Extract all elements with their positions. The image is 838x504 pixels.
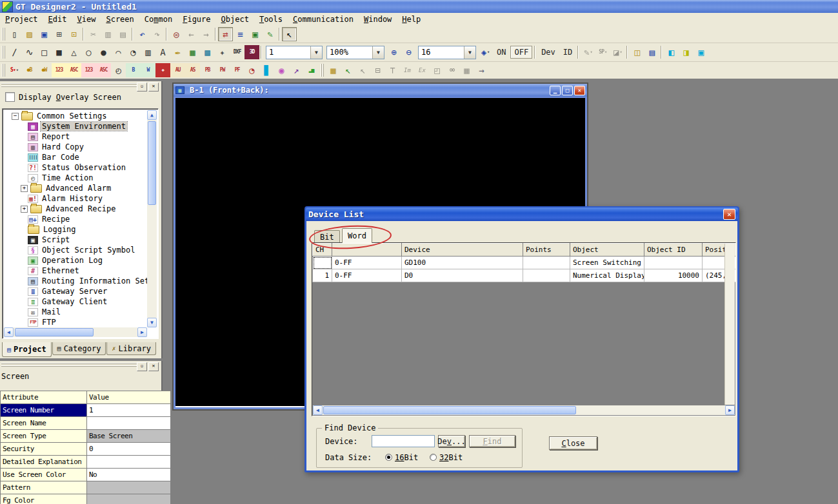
undo-icon[interactable]: ↶ (135, 27, 150, 41)
value-cell[interactable]: Base Screen (87, 430, 171, 443)
close-icon[interactable]: ✕ (148, 362, 159, 371)
report-parts-icon[interactable]: ▦ (326, 63, 341, 77)
attribute-cell[interactable]: Pattern (1, 481, 87, 494)
save-project-icon[interactable]: ▣ (37, 27, 52, 41)
tree-item-ethernet[interactable]: #Ethernet (4, 266, 147, 276)
toolbar-grip[interactable] (1, 28, 6, 41)
zoom-in-icon[interactable]: ⊕ (386, 45, 401, 59)
tree-item-bar-code[interactable]: ||||Bar Code (4, 152, 147, 162)
scroll-down-icon[interactable]: ▼ (147, 318, 157, 327)
comment-bit-icon[interactable]: B (126, 63, 141, 77)
dialog-title-bar[interactable]: Device List ✕ (306, 208, 738, 221)
attribute-row[interactable]: Screen Number1 (1, 404, 171, 417)
tree-item-advanced-recipe[interactable]: +Advanced Recipe (4, 204, 147, 214)
tree-item-logging[interactable]: Logging (4, 224, 147, 235)
object-hand-icon[interactable]: ✦ (215, 45, 230, 59)
parts-display-icon[interactable]: ▩ (200, 45, 215, 59)
device-cell[interactable]: 0-FF (332, 257, 402, 269)
parts-display-word-icon[interactable]: PW (215, 63, 230, 77)
tree-item-report[interactable]: ▤Report (4, 131, 147, 142)
clock-display-icon[interactable]: ◴ (111, 63, 126, 77)
menu-tools[interactable]: Tools (254, 14, 288, 25)
display-overlay-checkbox[interactable] (5, 92, 15, 102)
scroll-right-icon[interactable]: ▶ (137, 327, 147, 337)
attribute-row[interactable]: Screen Name (1, 417, 171, 430)
toolbar-grip[interactable] (320, 64, 324, 77)
panel-grip[interactable] (1, 363, 145, 368)
select-mode-icon[interactable]: ↖ (282, 27, 297, 41)
toolbar-grip[interactable] (1, 46, 6, 59)
attribute-cell[interactable]: Use Screen Color (1, 469, 87, 481)
ascii-display-icon[interactable]: ASC (66, 63, 81, 77)
value-cell[interactable] (87, 417, 171, 430)
chevron-down-icon[interactable]: ▼ (372, 46, 384, 59)
panelmeter-icon[interactable]: ◔ (244, 63, 259, 77)
scale-icon[interactable]: ▥ (141, 45, 155, 59)
attribute-cell[interactable]: Screen Type (1, 430, 87, 443)
attribute-row[interactable]: Fg Color (1, 494, 171, 504)
attribute-cell[interactable]: Detailed Explanation (1, 456, 87, 469)
device-cell[interactable]: 0-FF (332, 269, 402, 282)
screen-jump-icon[interactable]: ⇄ (218, 27, 233, 41)
tab-word[interactable]: Word (342, 228, 372, 243)
both-layer-icon[interactable]: ▣ (693, 45, 708, 59)
igs-icon[interactable]: 3D (244, 45, 259, 59)
device-cell[interactable]: Screen Switching (570, 257, 644, 269)
device-cell[interactable] (313, 257, 332, 269)
scrollbar-thumb[interactable] (15, 328, 94, 336)
tree-item-status-observation[interactable]: ?!Status Observation (4, 162, 147, 173)
close-icon[interactable]: ✕ (723, 209, 735, 220)
attribute-row[interactable]: Screen TypeBase Screen (1, 430, 171, 443)
value-cell[interactable] (87, 456, 171, 469)
back-layer-icon[interactable]: ◨ (679, 45, 693, 59)
device-cell[interactable] (523, 269, 570, 282)
value-cell[interactable]: 1 (87, 404, 171, 417)
polygon-icon[interactable]: △ (66, 45, 81, 59)
screen-number-combo[interactable]: 1 ▼ (266, 46, 323, 59)
menu-help[interactable]: Help (397, 14, 426, 25)
level-icon[interactable]: ▊ (259, 63, 274, 77)
tree-item-object-script-symbol[interactable]: §Object Script Symbol (4, 245, 147, 255)
device-column-header[interactable]: Points (523, 244, 570, 257)
tree-vertical-scrollbar[interactable]: ▲ ▼ (147, 110, 157, 327)
filled-rectangle-icon[interactable]: ■ (52, 45, 66, 59)
tree-horizontal-scrollbar[interactable]: ◀ ▶ (4, 327, 147, 337)
bit-lamp-icon[interactable]: ●B (22, 63, 37, 77)
radio-32bit[interactable] (430, 454, 437, 461)
minimize-button[interactable]: ▁ (550, 86, 561, 95)
system-alarm-icon[interactable]: AS (185, 63, 200, 77)
line-icon[interactable]: ∕ (7, 45, 22, 59)
scrollbar-thumb[interactable] (148, 121, 156, 205)
device-row[interactable]: 10-FFD0Numerical Display10000(245, (313, 269, 737, 282)
filled-circle-icon[interactable]: ● (96, 45, 111, 59)
new-doc-icon[interactable]: ▯ (7, 27, 22, 41)
tree-item-common-settings[interactable]: −Common Settings (4, 111, 147, 121)
sector-icon[interactable]: ◔ (126, 45, 141, 59)
toolbar-grip[interactable] (1, 64, 6, 77)
attribute-row[interactable]: Use Screen ColorNo (1, 469, 171, 481)
dev-toggle-button[interactable]: Dev (538, 46, 559, 58)
tree-item-hard-copy[interactable]: ▥Hard Copy (4, 142, 147, 152)
on-button[interactable]: ON (494, 46, 509, 58)
arc-icon[interactable]: ⌒ (111, 45, 126, 59)
data-list-icon[interactable]: ▤ (644, 45, 659, 59)
off-button[interactable]: OFF (510, 46, 532, 59)
device-vertical-scrollbar[interactable] (724, 244, 735, 405)
parts-display-bit-icon[interactable]: PB (200, 63, 215, 77)
menu-common[interactable]: Common (139, 14, 177, 25)
device-cell[interactable]: Numerical Display (570, 269, 644, 282)
tree-item-alarm-history[interactable]: ▦!Alarm History (4, 193, 147, 204)
editor-title-bar[interactable]: ▦ B-1 (Front+Back): ▁ □ ✕ (174, 84, 587, 97)
chevron-down-icon[interactable]: ▼ (464, 46, 475, 59)
draw-figure-icon[interactable]: ✎ (263, 27, 277, 41)
attribute-cell[interactable]: Security (1, 443, 87, 456)
tree-item-recipe[interactable]: ▤+Recipe (4, 214, 147, 224)
scroll-left-icon[interactable]: ◀ (4, 327, 14, 337)
menu-communication[interactable]: Communication (288, 14, 359, 25)
device-cell[interactable] (523, 257, 570, 269)
restore-panel-icon[interactable]: ▫ (137, 82, 147, 92)
paint-icon[interactable]: ✒ (170, 45, 185, 59)
scroll-right-icon[interactable]: ▶ (725, 405, 735, 415)
rectangle-icon[interactable]: □ (37, 45, 52, 59)
tree-item-routing-information-sett[interactable]: ▤Routing Information Sett: (4, 276, 147, 286)
